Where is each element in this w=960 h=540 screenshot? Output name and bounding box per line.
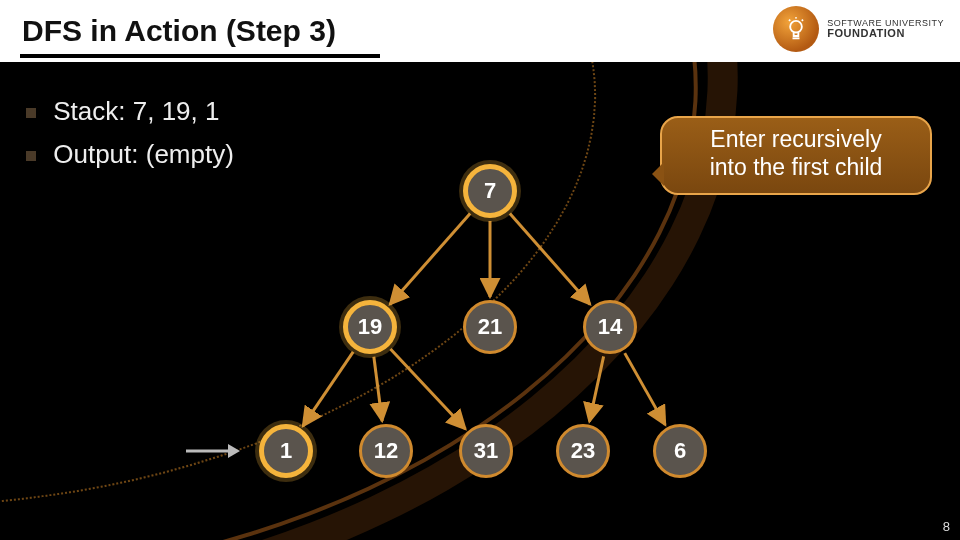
- tree-node-1: 1: [259, 424, 313, 478]
- tree-node-31: 31: [459, 424, 513, 478]
- page-number: 8: [943, 519, 950, 534]
- svg-marker-10: [228, 444, 240, 458]
- tree-node-19: 19: [343, 300, 397, 354]
- tree-node-23: 23: [556, 424, 610, 478]
- tree-node-6: 6: [653, 424, 707, 478]
- tree-diagram: 719211411231236: [0, 0, 960, 540]
- tree-node-21: 21: [463, 300, 517, 354]
- tree-node-14: 14: [583, 300, 637, 354]
- current-pointer-arrow-icon: [184, 438, 242, 468]
- tree-node-12: 12: [359, 424, 413, 478]
- tree-node-7: 7: [463, 164, 517, 218]
